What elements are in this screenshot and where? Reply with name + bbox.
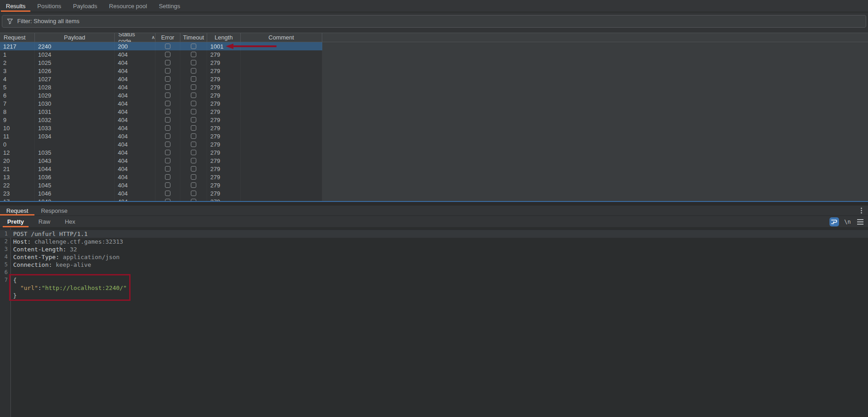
timeout-checkbox[interactable] xyxy=(191,199,196,201)
timeout-checkbox[interactable] xyxy=(191,174,196,180)
timeout-checkbox[interactable] xyxy=(191,125,196,131)
panel-splitter[interactable] xyxy=(0,202,868,206)
error-checkbox[interactable] xyxy=(165,76,170,82)
table-row[interactable]: 201043404279 xyxy=(0,157,322,165)
header-cell-request[interactable]: Request xyxy=(0,33,35,42)
error-checkbox[interactable] xyxy=(165,44,170,49)
timeout-checkbox[interactable] xyxy=(191,101,196,106)
table-row[interactable]: 211044404279 xyxy=(0,165,322,173)
error-checkbox[interactable] xyxy=(165,182,170,188)
message-tab-request[interactable]: Request xyxy=(0,206,34,216)
timeout-checkbox[interactable] xyxy=(191,158,196,163)
timeout-checkbox[interactable] xyxy=(191,133,196,139)
timeout-checkbox[interactable] xyxy=(191,84,196,90)
table-row[interactable]: 11024404279 xyxy=(0,50,322,59)
timeout-checkbox[interactable] xyxy=(191,52,196,57)
header-cell-comment[interactable]: Comment xyxy=(241,33,322,42)
error-checkbox[interactable] xyxy=(165,117,170,123)
view-tab-pretty[interactable]: Pretty xyxy=(0,216,31,227)
tab-positions[interactable]: Positions xyxy=(31,0,67,12)
error-checkbox[interactable] xyxy=(165,158,170,163)
message-tab-response[interactable]: Response xyxy=(34,206,74,216)
timeout-checkbox[interactable] xyxy=(191,142,196,147)
timeout-checkbox[interactable] xyxy=(191,93,196,98)
error-checkbox[interactable] xyxy=(165,109,170,114)
table-row[interactable]: 221045404279 xyxy=(0,181,322,189)
table-row[interactable]: 121722402001001 xyxy=(0,42,322,50)
table-row[interactable]: 121035404279 xyxy=(0,148,322,157)
editor-line: 5Connection: keep-alive xyxy=(0,261,868,269)
table-row[interactable]: 101033404279 xyxy=(0,124,322,132)
header-cell-error[interactable]: Error xyxy=(155,33,180,42)
error-checkbox[interactable] xyxy=(165,125,170,131)
tab-results[interactable]: Results xyxy=(0,0,31,12)
table-row[interactable]: 131036404279 xyxy=(0,173,322,181)
table-row[interactable]: 71030404279 xyxy=(0,99,322,108)
timeout-checkbox[interactable] xyxy=(191,44,196,49)
request-editor[interactable]: 1POST /unfurl HTTP/1.12Host: challenge.c… xyxy=(0,228,868,417)
timeout-checkbox[interactable] xyxy=(191,68,196,74)
cell-length: 1001 xyxy=(207,42,241,50)
error-checkbox[interactable] xyxy=(165,142,170,147)
cell-error xyxy=(155,197,180,201)
error-checkbox[interactable] xyxy=(165,52,170,57)
header-cell-length[interactable]: Length xyxy=(207,33,241,42)
table-row[interactable]: 61029404279 xyxy=(0,91,322,99)
timeout-checkbox[interactable] xyxy=(191,117,196,123)
view-tab-raw[interactable]: Raw xyxy=(31,216,58,227)
table-row[interactable]: 21025404279 xyxy=(0,59,322,67)
timeout-checkbox[interactable] xyxy=(191,60,196,65)
error-checkbox[interactable] xyxy=(165,101,170,106)
editor-line-text: } xyxy=(10,292,17,299)
cell-length: 279 xyxy=(207,165,241,173)
timeout-checkbox[interactable] xyxy=(191,109,196,114)
error-checkbox[interactable] xyxy=(165,84,170,90)
error-checkbox[interactable] xyxy=(165,93,170,98)
timeout-checkbox[interactable] xyxy=(191,191,196,196)
timeout-checkbox[interactable] xyxy=(191,182,196,188)
timeout-checkbox[interactable] xyxy=(191,166,196,172)
timeout-checkbox[interactable] xyxy=(191,150,196,155)
hamburger-menu-icon[interactable] xyxy=(856,218,864,226)
table-row[interactable]: 81031404279 xyxy=(0,108,322,116)
table-row[interactable]: 31026404279 xyxy=(0,67,322,75)
error-checkbox[interactable] xyxy=(165,191,170,196)
cell-timeout xyxy=(180,132,207,140)
error-checkbox[interactable] xyxy=(165,60,170,65)
table-row[interactable]: 91032404279 xyxy=(0,116,322,124)
tab-resource-pool[interactable]: Resource pool xyxy=(103,0,153,12)
tab-settings[interactable]: Settings xyxy=(153,0,186,12)
view-tab-hex[interactable]: Hex xyxy=(58,216,82,227)
error-checkbox[interactable] xyxy=(165,166,170,172)
cell-status: 404 xyxy=(115,83,155,91)
timeout-checkbox[interactable] xyxy=(191,76,196,82)
cell-timeout xyxy=(180,59,207,67)
header-cell-status[interactable]: Status code∧ xyxy=(115,33,155,42)
cell-payload: 1035 xyxy=(35,148,115,157)
more-options-kebab-icon[interactable] xyxy=(859,206,863,215)
table-row[interactable]: 171040404279 xyxy=(0,197,322,201)
table-row[interactable]: 231046404279 xyxy=(0,189,322,197)
cell-payload: 1030 xyxy=(35,99,115,108)
cell-comment xyxy=(241,157,322,165)
filter-bar[interactable]: Filter: Showing all items xyxy=(2,15,866,28)
newline-icon[interactable]: \n xyxy=(844,219,851,225)
intruder-tab-bar: ResultsPositionsPayloadsResource poolSet… xyxy=(0,0,868,12)
header-cell-timeout[interactable]: Timeout xyxy=(180,33,207,42)
table-row[interactable]: 41027404279 xyxy=(0,75,322,83)
cell-timeout xyxy=(180,197,207,201)
table-row[interactable]: 111034404279 xyxy=(0,132,322,140)
table-row[interactable]: 51028404279 xyxy=(0,83,322,91)
cell-timeout xyxy=(180,181,207,189)
word-wrap-icon[interactable] xyxy=(829,217,839,226)
cell-status: 404 xyxy=(115,75,155,83)
error-checkbox[interactable] xyxy=(165,68,170,74)
error-checkbox[interactable] xyxy=(165,133,170,139)
header-cell-payload[interactable]: Payload xyxy=(35,33,115,42)
error-checkbox[interactable] xyxy=(165,199,170,201)
cell-error xyxy=(155,181,180,189)
error-checkbox[interactable] xyxy=(165,150,170,155)
table-row[interactable]: 0404279 xyxy=(0,140,322,148)
tab-payloads[interactable]: Payloads xyxy=(67,0,103,12)
error-checkbox[interactable] xyxy=(165,174,170,180)
